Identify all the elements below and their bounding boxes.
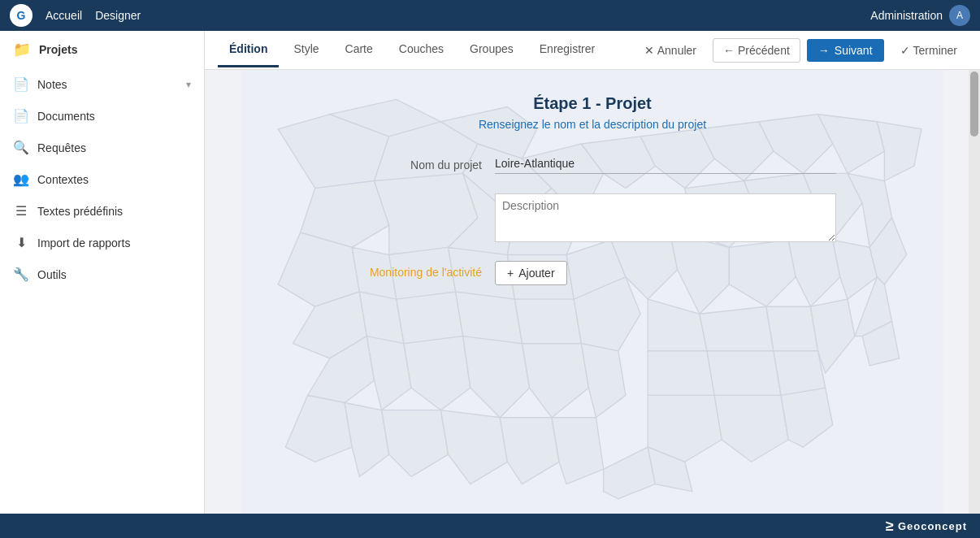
chevron-down-icon: ▾: [186, 79, 191, 90]
check-icon: ✓: [900, 44, 910, 57]
notes-label: Notes: [37, 78, 67, 91]
list-icon: ☰: [13, 203, 29, 219]
sidebar-item-requetes[interactable]: 🔍 Requêtes: [0, 132, 204, 163]
arrow-left-icon: ←: [723, 44, 735, 57]
accueil-link[interactable]: Accueil: [46, 9, 82, 22]
terminer-label: Terminer: [913, 44, 957, 57]
download-icon: ⬇: [13, 235, 29, 250]
tab-groupes-label: Groupes: [470, 42, 514, 55]
designer-link[interactable]: Designer: [95, 9, 141, 22]
description-label: [349, 190, 495, 195]
import-rapports-label: Import de rapports: [37, 236, 130, 249]
search-icon: 🔍: [13, 140, 29, 155]
avatar-text: A: [956, 10, 963, 21]
form-panel: Étape 1 - Projet Renseignez le nom et la…: [349, 94, 836, 302]
main-layout: 📁 Projets 📄 Notes ▾ 📄 Documents 🔍 Requêt…: [0, 31, 980, 514]
nom-projet-control: [495, 154, 836, 174]
top-navigation: G Accueil Designer Administration A: [0, 0, 980, 31]
description-row: [349, 190, 836, 245]
avatar[interactable]: A: [949, 5, 970, 26]
ajouter-label: Ajouter: [518, 267, 554, 280]
topnav-right: Administration A: [870, 5, 970, 26]
nom-projet-row: Nom du projet: [349, 154, 836, 174]
map-background: Étape 1 - Projet Renseignez le nom et la…: [205, 70, 980, 514]
documents-icon: 📄: [13, 108, 29, 124]
content-area: Édition Style Carte Couches Groupes Enre…: [205, 31, 980, 514]
precedent-button[interactable]: ← Précédent: [713, 38, 800, 63]
admin-label: Administration: [870, 9, 943, 22]
suivant-button[interactable]: → Suivant: [807, 39, 884, 62]
tab-edition[interactable]: Édition: [218, 33, 279, 67]
annuler-label: Annuler: [657, 44, 696, 57]
tab-enregistrer[interactable]: Enregistrer: [528, 33, 606, 67]
ajouter-button[interactable]: + Ajouter: [495, 261, 567, 285]
nom-projet-label: Nom du projet: [349, 154, 495, 171]
sidebar-item-contextes[interactable]: 👥 Contextes: [0, 163, 204, 195]
tab-enregistrer-label: Enregistrer: [540, 42, 595, 55]
form-subtitle: Renseignez le nom et la description du p…: [349, 118, 836, 131]
sidebar-item-notes[interactable]: 📄 Notes ▾: [0, 68, 204, 100]
tab-bar: Édition Style Carte Couches Groupes Enre…: [205, 31, 980, 70]
plus-icon: +: [507, 267, 514, 280]
scrollbar-thumb[interactable]: [970, 72, 978, 137]
monitoring-label: Monitoring de l'activité: [349, 261, 495, 279]
cancel-x-icon: ✕: [644, 44, 654, 57]
projets-label: Projets: [39, 43, 77, 56]
tab-style[interactable]: Style: [282, 33, 330, 67]
tab-actions: ✕ Annuler ← Précédent → Suivant ✓ Termin…: [635, 38, 967, 63]
tab-groupes[interactable]: Groupes: [458, 33, 525, 67]
tools-icon: 🔧: [13, 267, 29, 282]
geoconcept-text: Geoconcept: [898, 520, 967, 532]
precedent-label: Précédent: [738, 44, 790, 57]
bottom-bar: ≥ Geoconcept: [0, 514, 980, 538]
documents-label: Documents: [37, 110, 95, 123]
sidebar-item-import-rapports[interactable]: ⬇ Import de rapports: [0, 227, 204, 258]
scrollbar[interactable]: [969, 70, 980, 514]
tab-couches[interactable]: Couches: [388, 33, 455, 67]
folder-icon: 📁: [13, 41, 31, 59]
geoconcept-logo: ≥ Geoconcept: [886, 518, 967, 535]
form-title: Étape 1 - Projet: [349, 94, 836, 113]
description-control: [495, 190, 836, 245]
cancel-button[interactable]: ✕ Annuler: [635, 39, 706, 62]
monitoring-control: + Ajouter: [495, 261, 836, 285]
sidebar-item-projets[interactable]: 📁 Projets: [0, 31, 204, 68]
monitoring-row: Monitoring de l'activité + Ajouter: [349, 261, 836, 285]
requetes-label: Requêtes: [37, 141, 86, 154]
description-textarea[interactable]: [495, 193, 836, 242]
geo-symbol: ≥: [886, 518, 895, 535]
sidebar-item-textes-predefinis[interactable]: ☰ Textes prédéfinis: [0, 195, 204, 227]
terminer-button[interactable]: ✓ Terminer: [891, 39, 967, 62]
tab-carte-label: Carte: [345, 42, 373, 55]
logo-text: G: [17, 9, 26, 22]
logo[interactable]: G: [10, 4, 33, 27]
tab-carte[interactable]: Carte: [334, 33, 384, 67]
tab-style-label: Style: [293, 42, 319, 55]
notes-icon: 📄: [13, 76, 29, 92]
users-icon: 👥: [13, 171, 29, 187]
outils-label: Outils: [37, 268, 67, 281]
arrow-right-icon: →: [818, 44, 830, 57]
sidebar: 📁 Projets 📄 Notes ▾ 📄 Documents 🔍 Requêt…: [0, 31, 205, 514]
textes-predefinis-label: Textes prédéfinis: [37, 205, 123, 218]
tab-edition-label: Édition: [229, 42, 267, 55]
contextes-label: Contextes: [37, 173, 89, 186]
sidebar-item-documents[interactable]: 📄 Documents: [0, 100, 204, 132]
suivant-label: Suivant: [835, 44, 873, 57]
sidebar-item-outils[interactable]: 🔧 Outils: [0, 258, 204, 290]
nom-projet-input[interactable]: [495, 154, 836, 174]
tab-couches-label: Couches: [399, 42, 444, 55]
